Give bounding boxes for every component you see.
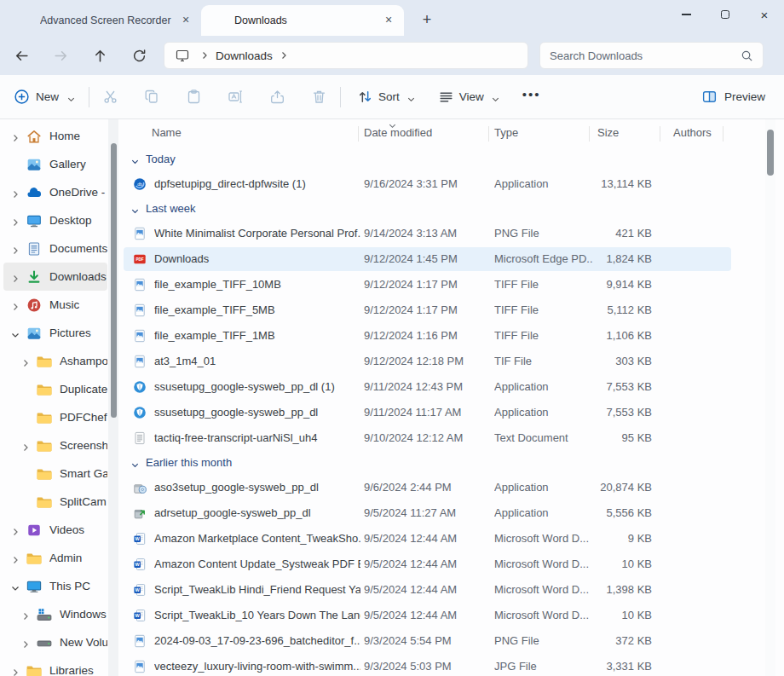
file-name[interactable]: 2024-09-03_17-09-23-696_batcheditor_f... <box>154 634 360 647</box>
sidebar-item-onedrive-pe[interactable]: OneDrive - Pe <box>3 178 107 206</box>
file-name[interactable]: White Minimalist Corporate Personal Prof… <box>154 227 360 240</box>
chevron-right-icon[interactable] <box>10 525 22 535</box>
sidebar-item-pictures[interactable]: Pictures <box>3 319 107 347</box>
sidebar-item-videos[interactable]: Videos <box>3 516 107 544</box>
sidebar-item-gallery[interactable]: Gallery <box>3 150 107 178</box>
tab-advanced-screen-recorder[interactable]: Advanced Screen Recorder × <box>7 5 201 36</box>
file-row[interactable]: ssusetupg_google-sysweb_pp_dl (1)9/11/20… <box>119 374 784 400</box>
file-row[interactable]: PDFDownloads9/12/2024 1:45 PMMicrosoft E… <box>119 246 784 272</box>
file-row[interactable]: file_example_TIFF_5MB9/12/2024 1:17 PMTI… <box>119 298 784 323</box>
chevron-right-icon[interactable] <box>20 441 32 451</box>
view-button[interactable]: View <box>438 89 500 105</box>
chevron-down-icon[interactable] <box>130 154 140 164</box>
chevron-right-icon[interactable] <box>20 638 32 648</box>
file-list-scrollbar-thumb[interactable] <box>767 130 774 176</box>
sidebar-item-libraries[interactable]: Libraries <box>3 656 107 676</box>
chevron-down-icon[interactable] <box>10 581 22 592</box>
file-name[interactable]: file_example_TIFF_10MB <box>154 278 360 291</box>
sidebar-item-new-volum[interactable]: New Volum <box>3 628 107 656</box>
cut-icon[interactable] <box>102 89 118 105</box>
file-name[interactable]: at3_1m4_01 <box>154 355 360 367</box>
group-header-today[interactable]: Today <box>119 147 784 171</box>
file-list-scrollbar-track[interactable] <box>765 119 775 676</box>
chevron-right-icon[interactable] <box>10 216 22 226</box>
up-button[interactable] <box>80 40 119 71</box>
file-row[interactable]: aso3setup_google-sysweb_pp_dl9/6/2024 2:… <box>119 475 784 500</box>
file-name[interactable]: file_example_TIFF_5MB <box>154 303 360 316</box>
file-row[interactable]: ssusetupg_google-sysweb_pp_dl9/11/2024 1… <box>119 400 784 425</box>
paste-icon[interactable] <box>186 89 202 105</box>
file-row[interactable]: dbdpfsetupipg_direct-dpfwsite (1)9/16/20… <box>119 171 784 197</box>
chevron-right-icon[interactable] <box>10 272 22 282</box>
file-name[interactable]: ssusetupg_google-sysweb_pp_dl <box>154 406 360 419</box>
search-input[interactable]: Search Downloads <box>539 42 764 69</box>
file-name[interactable]: ssusetupg_google-sysweb_pp_dl (1) <box>154 380 360 393</box>
new-tab-button[interactable]: + <box>418 11 436 36</box>
file-row[interactable]: vecteezy_luxury-living-room-with-swimm..… <box>119 654 784 676</box>
column-header-date-modified[interactable]: Date modified <box>364 126 432 139</box>
sidebar-item-pdfchef-by[interactable]: PDFChef by <box>3 403 107 431</box>
sidebar-item-music[interactable]: Music <box>3 291 107 319</box>
file-row[interactable]: WScript_TweakLib Hindi_Friend Request Ya… <box>119 577 784 603</box>
group-header-last-week[interactable]: Last week <box>119 197 784 221</box>
sidebar-item-splitcam[interactable]: SplitCam <box>3 488 107 516</box>
column-divider[interactable] <box>723 126 723 142</box>
close-tab-icon[interactable]: × <box>380 12 397 29</box>
forward-button[interactable] <box>41 40 80 71</box>
file-name[interactable]: Script_TweakLib_10 Years Down The Lane..… <box>154 609 360 621</box>
chevron-down-icon[interactable] <box>130 458 140 467</box>
file-name[interactable]: file_example_TIFF_1MB <box>154 329 360 342</box>
chevron-right-icon[interactable] <box>10 553 22 563</box>
file-row[interactable]: WAmazon Marketplace Content_TweakSho...9… <box>119 526 784 552</box>
minimize-button[interactable] <box>666 0 706 29</box>
address-bar[interactable]: Downloads <box>164 42 528 69</box>
close-button[interactable]: × <box>745 0 784 29</box>
column-divider[interactable] <box>358 126 359 142</box>
column-header-name[interactable]: Name <box>152 126 182 139</box>
file-name[interactable]: vecteezy_luxury-living-room-with-swimm..… <box>154 660 360 673</box>
chevron-right-icon[interactable] <box>10 244 22 254</box>
file-row[interactable]: tactiq-free-transcript-uarNiSl_uh49/10/2… <box>119 425 784 451</box>
column-divider[interactable] <box>660 126 660 142</box>
sidebar-item-ashampoo[interactable]: Ashampoo <box>3 347 107 375</box>
chevron-right-icon[interactable] <box>278 49 290 61</box>
chevron-right-icon[interactable] <box>10 666 22 676</box>
chevron-right-icon[interactable] <box>10 131 22 142</box>
tab-downloads[interactable]: Downloads × <box>201 5 404 36</box>
file-row[interactable]: adrsetup_google-sysweb_pp_dl9/5/2024 11:… <box>119 500 784 526</box>
file-name[interactable]: tactiq-free-transcript-uarNiSl_uh4 <box>154 431 360 444</box>
column-divider[interactable] <box>488 126 489 142</box>
sidebar-item-desktop[interactable]: Desktop <box>3 206 107 234</box>
delete-icon[interactable] <box>311 89 327 105</box>
new-button[interactable]: New <box>14 89 76 105</box>
file-row[interactable]: WScript_TweakLib_10 Years Down The Lane.… <box>119 603 784 628</box>
chevron-down-icon[interactable] <box>10 328 22 338</box>
file-row[interactable]: at3_1m4_019/12/2024 12:18 PMTIF File303 … <box>119 349 784 374</box>
file-name[interactable]: Script_TweakLib Hindi_Friend Request Ya … <box>154 583 360 596</box>
close-tab-icon[interactable]: × <box>177 12 194 29</box>
column-divider[interactable] <box>589 126 590 142</box>
group-header-earlier-this-month[interactable]: Earlier this month <box>119 451 784 475</box>
file-name[interactable]: Amazon Content Update_Systweak PDF E... <box>154 558 360 570</box>
file-name[interactable]: Amazon Marketplace Content_TweakSho... <box>154 532 360 545</box>
this-pc-icon[interactable] <box>175 48 190 63</box>
more-options-button[interactable]: ••• <box>522 87 541 107</box>
file-row[interactable]: White Minimalist Corporate Personal Prof… <box>119 221 784 246</box>
maximize-button[interactable] <box>706 0 745 29</box>
sidebar-item-windows-c[interactable]: Windows (C <box>3 600 107 628</box>
refresh-button[interactable] <box>119 40 159 71</box>
sidebar-item-admin[interactable]: Admin <box>3 544 107 572</box>
file-row[interactable]: file_example_TIFF_10MB9/12/2024 1:17 PMT… <box>119 272 784 298</box>
sidebar-item-duplicatefi[interactable]: DuplicateFi <box>3 375 107 403</box>
sidebar-scrollbar-thumb[interactable] <box>111 143 117 418</box>
column-header-authors[interactable]: Authors <box>673 126 712 139</box>
sort-button[interactable]: Sort <box>357 89 416 105</box>
file-name[interactable]: dpfsetupipg_direct-dpfwsite (1) <box>154 177 360 190</box>
rename-icon[interactable] <box>228 89 244 105</box>
search-icon[interactable] <box>741 49 753 62</box>
copy-icon[interactable] <box>144 89 160 105</box>
share-icon[interactable] <box>269 89 285 105</box>
sidebar-item-this-pc[interactable]: This PC <box>3 572 107 600</box>
file-row[interactable]: 2024-09-03_17-09-23-696_batcheditor_f...… <box>119 628 784 654</box>
sidebar-item-home[interactable]: Home <box>3 122 107 150</box>
